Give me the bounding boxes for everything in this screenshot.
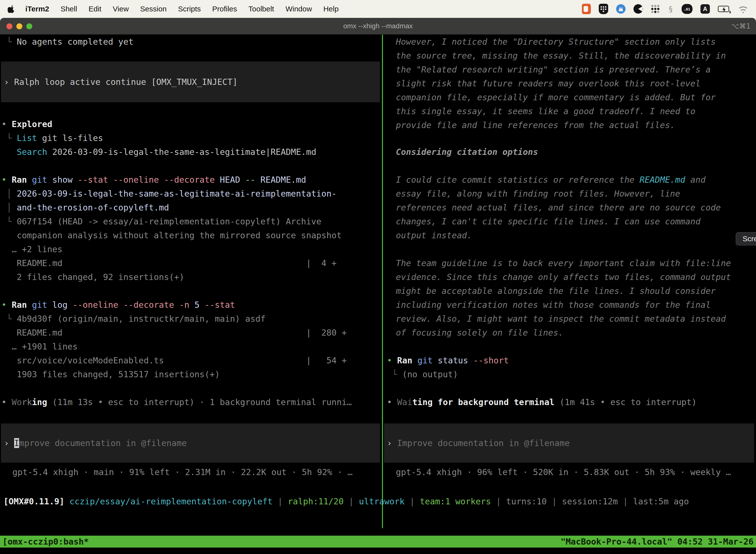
text-segment: │: [1, 189, 17, 199]
tmux-session-label: [omx-cczip0:bash*: [2, 536, 89, 548]
pane-left[interactable]: └ No agents completed yet• Explored └ Li…: [0, 35, 382, 528]
text-segment: companion analysis without altering the …: [1, 230, 341, 240]
terminal-line: • Ran git log --oneline --decorate -n 5 …: [1, 298, 382, 312]
text-segment: essay file, along with finding root file…: [396, 189, 680, 199]
text-segment: •: [1, 175, 12, 185]
input-source-icon[interactable]: A: [700, 4, 710, 14]
text-segment: Explored: [12, 119, 52, 129]
terminal-line: the "Related research writing" section i…: [396, 63, 756, 76]
text-segment: 2026-03-09-is-legal-the-same-as-legitima…: [17, 189, 336, 199]
terminal-line: slight risk that future readers may over…: [396, 76, 756, 90]
terminal-line: • Working (11m 13s • esc to interrupt) ·…: [1, 395, 382, 409]
prompt-input-right[interactable]: › Improve documentation in @filename: [384, 424, 754, 463]
terminal-line: might be acceptable alongside the file l…: [396, 284, 756, 298]
menu-item-session[interactable]: Session: [140, 5, 167, 13]
badge-icon[interactable]: [616, 4, 626, 14]
menu-item-profiles[interactable]: Profiles: [212, 5, 237, 13]
terminal-line: • Explored: [1, 117, 382, 131]
text-segment: HEAD: [220, 175, 245, 185]
battery-icon[interactable]: [718, 6, 729, 12]
terminal-line: │ 2026-03-09-is-legal-the-same-as-legiti…: [1, 187, 382, 201]
titlebar-wrap: omx --xhigh --madmax ⌥⌘1: [0, 18, 756, 35]
text-segment: --: [245, 175, 260, 185]
terminal-line: gpt-5.4 xhigh · main · 91% left · 2.31M …: [12, 465, 382, 479]
text-segment: turns:10: [506, 496, 547, 506]
text-segment: cczip/essay/ai-reimplementation-copyleft: [69, 496, 272, 506]
text-segment: |: [404, 496, 420, 506]
text-segment: evidence. Since this change only affects…: [396, 272, 731, 282]
text-segment: the "Related research writing" section i…: [396, 64, 711, 74]
text-segment: |: [344, 496, 359, 506]
text-segment: including verification notes with those …: [396, 300, 711, 310]
text-segment: List: [17, 133, 37, 143]
menu-item-edit[interactable]: Edit: [88, 5, 102, 13]
text-segment: --short: [473, 355, 509, 365]
text-segment: Ran: [12, 175, 32, 185]
text-segment: └: [1, 314, 17, 324]
text-segment: log: [52, 300, 73, 310]
menu-item-scripts[interactable]: Scripts: [178, 5, 201, 13]
hook-icon[interactable]: [668, 3, 674, 15]
screen-share-icon[interactable]: [582, 4, 591, 14]
text-segment: ing: [32, 397, 47, 407]
text-segment: 2026-03-09-is-legal-the-same-as-legitima…: [47, 147, 316, 157]
text-segment: •: [1, 300, 12, 310]
wifi-icon[interactable]: [737, 5, 749, 13]
text-segment: ›: [4, 438, 14, 448]
omx-status-line: [OMX#0.11.9] cczip/essay/ai-reimplementa…: [3, 494, 756, 508]
menu-item-view[interactable]: View: [113, 5, 129, 13]
text-segment: Ralph loop active continue: [14, 77, 151, 87]
terminal-line: companion analysis without altering the …: [1, 228, 382, 242]
terminal-line: 2 files changed, 92 insertions(+): [1, 270, 382, 284]
prompt-input-left-text: › Improve documentation in @filename: [4, 436, 187, 450]
traffic-lights: [6, 23, 32, 29]
ghostty-icon[interactable]: [633, 4, 643, 14]
keyboard-shield-icon[interactable]: [599, 4, 608, 14]
text-segment: of focusing solely on file lines.: [396, 328, 564, 338]
menu-item-help[interactable]: Help: [323, 5, 339, 13]
text-segment: show: [52, 175, 78, 185]
menu-item-toolbelt[interactable]: Toolbelt: [249, 5, 274, 13]
zoom-button[interactable]: [26, 23, 32, 29]
terminal-line: 1903 files changed, 513517 insertions(+): [1, 367, 382, 381]
terminal-line: review. Also, I might want to inspect th…: [396, 312, 756, 326]
tmux-status-bar: [omx-cczip0:bash* "MacBook-Pro-44.local"…: [0, 536, 756, 548]
terminal-line: essay file, along with finding root file…: [396, 187, 756, 201]
terminal-line: including verification notes with those …: [396, 298, 756, 312]
text-segment: |: [618, 496, 633, 506]
close-button[interactable]: [6, 23, 12, 29]
text-segment: … +1901 lines: [1, 341, 78, 351]
prompt-input-left[interactable]: › Improve documentation in @filename: [1, 424, 380, 463]
text-segment: •: [1, 397, 12, 407]
text-segment: provide file and line references from th…: [396, 120, 675, 130]
terminal-line: … +1901 lines: [1, 340, 382, 353]
text-segment: |: [272, 496, 288, 506]
text-segment: └: [1, 216, 17, 226]
menu-item-window[interactable]: Window: [286, 5, 312, 13]
text-segment: •: [387, 397, 397, 407]
text-segment: Improve documentation in @filename: [397, 438, 570, 448]
dots-grid-icon[interactable]: [651, 4, 660, 13]
terminal-line: • Ran git status --short: [387, 353, 756, 367]
apple-menu-icon[interactable]: [7, 4, 16, 13]
text-segment: ting for background terminal: [412, 397, 554, 407]
text-segment: changes, I can't cite specific file line…: [396, 216, 700, 226]
battery-percent-icon[interactable]: ..61: [682, 4, 693, 14]
menu-items: iTerm2ShellEditViewSessionScriptsProfile…: [25, 5, 338, 13]
terminal-line: README.md | 280 +: [1, 326, 382, 340]
text-segment: and-the-erosion-of-copyleft.md: [17, 203, 169, 213]
pane-right[interactable]: However, I noticed the "Directory Struct…: [383, 35, 756, 528]
minimize-button[interactable]: [16, 23, 22, 29]
text-segment: the source tree, missing the essay. Stil…: [396, 51, 726, 61]
titlebar[interactable]: omx --xhigh --madmax ⌥⌘1: [0, 18, 756, 35]
screen-capture-toast[interactable]: Scre: [736, 232, 756, 245]
text-segment: --stat: [205, 300, 235, 310]
text-segment: [OMX_TMUX_INJECT]: [151, 77, 238, 87]
text-segment: Considering citation options: [396, 147, 538, 157]
menu-item-shell[interactable]: Shell: [61, 5, 77, 13]
terminal-line: src/voice/voiceModeEnabled.ts | 54 +: [1, 353, 382, 367]
text-segment: Ran: [12, 300, 32, 310]
text-segment: ›: [387, 438, 397, 448]
terminal-line: └ 4b9d30f (origin/main, instructkr/main,…: [1, 312, 382, 326]
menu-item-iterm2[interactable]: iTerm2: [25, 5, 49, 13]
